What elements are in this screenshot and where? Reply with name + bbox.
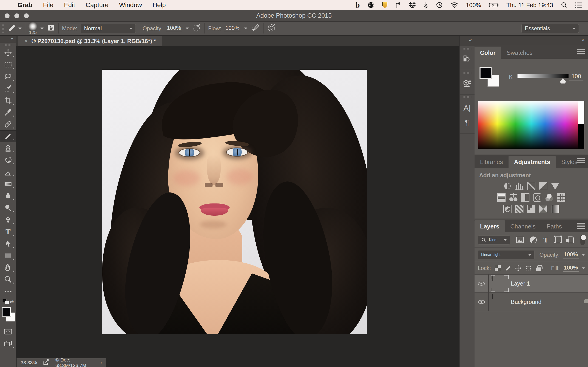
photo-filter-icon[interactable] (533, 193, 541, 202)
filter-type-layers-icon[interactable]: T (543, 236, 549, 244)
k-value[interactable]: 100 (569, 73, 583, 81)
edit-toolbar-ellipsis[interactable] (0, 285, 16, 297)
foreground-color-swatch[interactable] (480, 67, 492, 79)
layer-opacity-value[interactable]: 100% (563, 251, 579, 259)
zoom-level[interactable]: 33.33% (21, 360, 37, 365)
type-tool[interactable]: T (0, 226, 16, 238)
pen-tool[interactable] (0, 214, 16, 226)
filter-smart-objects-icon[interactable] (568, 236, 574, 244)
tab-swatches[interactable]: Swatches (501, 47, 538, 59)
levels-icon[interactable] (515, 182, 523, 190)
grayscale-strip[interactable] (578, 101, 584, 149)
screen-mode-button[interactable] (0, 338, 16, 350)
b-app-icon[interactable]: b (355, 1, 360, 9)
gradient-map-icon[interactable] (551, 205, 559, 213)
layer-filter-dropdown[interactable]: Kind (478, 235, 510, 244)
dropbox-icon[interactable] (409, 1, 416, 9)
character-panel-icon[interactable]: A| (460, 100, 475, 115)
layers-panel-menu-icon[interactable] (577, 223, 585, 229)
color-lookup-icon[interactable] (557, 193, 565, 202)
spotlight-icon[interactable] (561, 1, 567, 9)
foreground-color-swatch[interactable] (2, 307, 11, 317)
creative-cloud-icon[interactable] (367, 1, 374, 9)
opacity-caret[interactable] (186, 27, 189, 29)
threshold-icon[interactable] (527, 205, 536, 213)
filter-pixel-layers-icon[interactable] (516, 236, 524, 244)
path-selection-tool[interactable] (0, 238, 16, 250)
share-icon[interactable] (43, 359, 49, 366)
menu-window[interactable]: Window (119, 1, 142, 9)
lock-pixels-icon[interactable] (504, 265, 511, 272)
tab-libraries[interactable]: Libraries (475, 156, 509, 168)
brush-tool-preset-icon[interactable] (7, 23, 17, 34)
tab-paths[interactable]: Paths (541, 220, 568, 232)
tab-color[interactable]: Color (475, 47, 501, 59)
lock-all-icon[interactable] (536, 265, 543, 272)
pressure-size-icon[interactable] (267, 23, 276, 33)
crop-tool[interactable] (0, 94, 16, 106)
zoom-tool[interactable] (0, 273, 16, 285)
history-panel-icon[interactable] (460, 52, 475, 67)
toolbar-collapse[interactable]: » (0, 36, 16, 43)
fg-bg-swatches[interactable] (480, 67, 505, 92)
lasso-tool[interactable] (0, 71, 16, 83)
foreground-background-colors[interactable] (0, 307, 16, 323)
shield-icon[interactable] (382, 1, 387, 9)
eyedropper-tool[interactable] (0, 106, 16, 118)
black-white-icon[interactable] (521, 193, 529, 202)
layer-blend-mode-dropdown[interactable]: Linear Light (478, 250, 535, 259)
menu-edit[interactable]: Edit (64, 1, 75, 9)
pressure-opacity-icon[interactable] (192, 23, 201, 33)
k-slider-handle[interactable] (560, 78, 566, 83)
clone-stamp-tool[interactable] (0, 142, 16, 154)
history-brush-tool[interactable] (0, 154, 16, 166)
brightness-contrast-icon[interactable] (503, 182, 511, 190)
menu-help[interactable]: Help (153, 1, 166, 9)
eye-icon[interactable] (478, 300, 485, 304)
visibility-cell[interactable] (475, 293, 489, 311)
filter-toggle-switch[interactable] (580, 235, 585, 245)
dock-collapse[interactable]: « (460, 36, 475, 46)
filter-adjustment-layers-icon[interactable] (530, 236, 537, 244)
volume-icon[interactable] (395, 1, 401, 9)
quick-selection-tool[interactable] (0, 83, 16, 94)
layer-name[interactable]: Layer 1 (511, 280, 530, 287)
hue-saturation-icon[interactable] (497, 193, 506, 202)
doc-size-info[interactable]: © Doc: 68.3M/136.7M (55, 357, 94, 367)
fill-caret[interactable] (582, 267, 585, 269)
airbrush-icon[interactable] (251, 23, 260, 34)
color-balance-icon[interactable] (509, 193, 518, 202)
fill-value[interactable]: 100% (563, 265, 579, 272)
invert-icon[interactable] (503, 205, 511, 213)
filter-shape-layers-icon[interactable] (555, 236, 562, 244)
status-chevron-icon[interactable]: › (100, 359, 102, 366)
move-tool[interactable] (0, 47, 16, 59)
tab-adjustments[interactable]: Adjustments (509, 156, 556, 168)
rectangle-tool[interactable] (0, 250, 16, 261)
menu-capture[interactable]: Capture (86, 1, 109, 9)
lock-position-icon[interactable] (515, 265, 522, 272)
exposure-icon[interactable] (539, 182, 547, 190)
canvas-area[interactable] (16, 46, 459, 367)
tab-channels[interactable]: Channels (505, 220, 541, 232)
3d-panel-icon[interactable] (460, 76, 475, 91)
visibility-cell[interactable] (475, 275, 489, 292)
menu-app-name[interactable]: Grab (17, 1, 32, 9)
selective-color-icon[interactable] (539, 205, 547, 213)
eraser-tool[interactable] (0, 166, 16, 178)
menu-file[interactable]: File (43, 1, 53, 9)
dodge-tool[interactable] (0, 202, 16, 214)
layer1-thumbnail[interactable] (492, 276, 507, 291)
adjustments-panel-menu-icon[interactable] (577, 158, 585, 164)
color-spectrum-picker[interactable] (478, 101, 584, 149)
time-machine-icon[interactable] (436, 1, 443, 9)
background-thumbnail[interactable] (492, 294, 507, 309)
photo-document[interactable] (102, 70, 367, 334)
notification-center-icon[interactable] (575, 1, 582, 9)
curves-icon[interactable] (527, 182, 536, 190)
layer-opacity-caret[interactable] (582, 254, 585, 256)
opacity-value[interactable]: 100% (166, 25, 182, 32)
layer-name[interactable]: Background (511, 299, 541, 305)
color-panel-menu-icon[interactable] (577, 49, 585, 55)
lock-transparency-icon[interactable] (494, 265, 501, 272)
